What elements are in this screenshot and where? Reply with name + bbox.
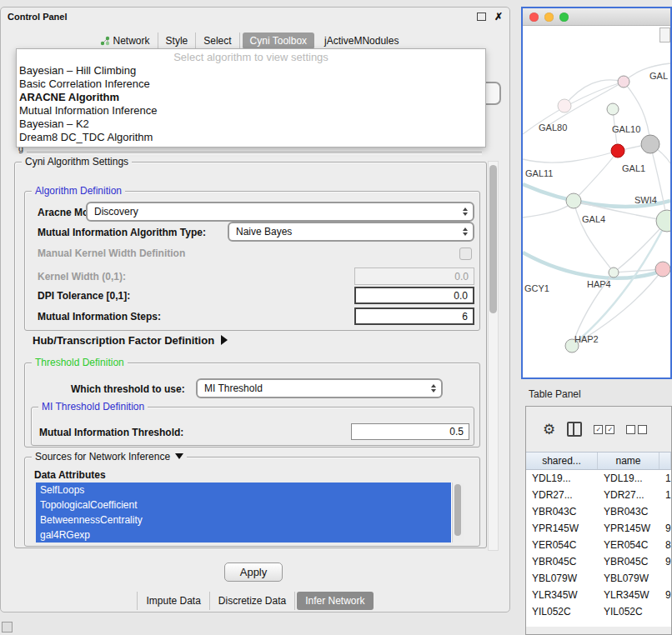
attribute-item-selected[interactable]: gal4RGexp xyxy=(36,528,451,542)
cell: YBR045C xyxy=(598,556,659,568)
algorithm-popup-placeholder[interactable]: Select algorithm to view settings xyxy=(17,51,485,64)
mi-threshold-field[interactable]: 0.5 xyxy=(351,423,469,440)
tab-select-label: Select xyxy=(203,35,231,47)
column-header-shared[interactable]: shared... xyxy=(526,452,598,469)
gear-icon[interactable]: ⚙ xyxy=(543,422,555,437)
hub-definition-toggle[interactable]: Hub/Transcription Factor Definition xyxy=(33,334,228,347)
mi-algorithm-type-select[interactable]: Naive Bayes xyxy=(228,222,474,242)
float-window-icon[interactable] xyxy=(477,12,486,21)
network-node[interactable] xyxy=(607,103,619,115)
which-threshold-select[interactable]: MI Threshold xyxy=(196,378,443,398)
table-row[interactable]: YIL052CYIL052C xyxy=(526,603,671,620)
mi-steps-label: Mutual Information Steps: xyxy=(38,311,161,322)
tab-impute-data[interactable]: Impute Data xyxy=(137,592,209,610)
cell: YLR345W xyxy=(598,589,659,601)
network-scroll-icon[interactable] xyxy=(659,28,670,42)
algorithm-option[interactable]: Mutual Information Inference xyxy=(17,104,485,118)
network-view-window[interactable]: GAL GAL80 GAL10 GAL11 GAL1 SWI4 GAL4 GCY… xyxy=(521,7,672,379)
table-body: YDL19...YDL19...13 YDR27...YDR27...12 YB… xyxy=(526,470,671,627)
network-node[interactable] xyxy=(609,268,619,278)
table-row[interactable]: YBR045CYBR045C9. xyxy=(526,553,671,570)
attribute-item-selected[interactable]: BetweennessCentrality xyxy=(36,512,451,528)
control-panel-titlebar: Control Panel ✗ xyxy=(1,8,509,26)
network-node[interactable] xyxy=(558,99,571,112)
column-header-name[interactable]: name xyxy=(598,452,659,469)
algorithm-option[interactable]: Basic Correlation Inference xyxy=(17,78,485,91)
zoom-traffic-light-icon[interactable] xyxy=(559,12,569,22)
algorithm-option[interactable]: Bayesian – Hill Climbing xyxy=(17,64,485,78)
close-icon[interactable]: ✗ xyxy=(494,12,503,22)
cell: 9. xyxy=(659,522,671,534)
resize-grip-icon[interactable] xyxy=(2,622,13,632)
tab-style[interactable]: Style xyxy=(158,32,197,49)
cell: YBR043C xyxy=(598,506,659,518)
table-row[interactable]: YPR145WYPR145W9. xyxy=(526,520,671,537)
mi-steps-field[interactable]: 6 xyxy=(354,308,474,325)
column-header-partial[interactable] xyxy=(659,452,671,469)
attributes-scrollbar[interactable] xyxy=(452,482,464,542)
algorithm-option[interactable]: Dream8 DC_TDC Algorithm xyxy=(17,131,485,144)
apply-button[interactable]: Apply xyxy=(224,562,283,582)
attribute-item-selected[interactable]: TopologicalCoefficient xyxy=(36,498,451,512)
collapse-down-icon xyxy=(175,453,183,459)
network-node[interactable] xyxy=(566,193,581,208)
node-label: GAL xyxy=(649,71,668,81)
network-node[interactable] xyxy=(656,210,670,232)
cell: YDL19... xyxy=(526,472,598,484)
cell: YER054C xyxy=(598,539,659,551)
columns-icon[interactable] xyxy=(567,422,582,437)
algorithm-option-selected[interactable]: ARACNE Algorithm xyxy=(17,91,485,104)
table-row[interactable]: YLR345WYLR345W9. xyxy=(526,587,671,603)
close-traffic-light-icon[interactable] xyxy=(529,12,539,22)
manual-kernel-width-checkbox[interactable] xyxy=(459,248,472,260)
hide-columns-icon[interactable] xyxy=(626,425,647,434)
table-row[interactable]: YER054CYER054C8. xyxy=(526,537,671,553)
sources-group-title[interactable]: Sources for Network Inference xyxy=(32,451,187,462)
tab-style-label: Style xyxy=(166,35,188,47)
network-node[interactable] xyxy=(655,262,670,277)
table-row[interactable]: YBR043CYBR043C xyxy=(526,503,671,520)
show-columns-icon[interactable]: ✓✓ xyxy=(594,425,614,434)
attributes-scrollbar-thumb[interactable] xyxy=(454,484,461,536)
sources-title-text: Sources for Network Inference xyxy=(35,451,170,462)
which-threshold-value: MI Threshold xyxy=(204,382,263,394)
mi-threshold-group-title: MI Threshold Definition xyxy=(38,401,148,412)
table-row[interactable]: YDL19...YDL19...13 xyxy=(526,470,671,487)
cell: 13 xyxy=(659,472,671,484)
combo-arrows-icon xyxy=(458,208,473,216)
dpi-tolerance-label: DPI Tolerance [0,1]: xyxy=(38,290,130,302)
network-node-highlighted[interactable] xyxy=(611,144,624,158)
algorithm-option[interactable]: Bayesian – K2 xyxy=(17,118,485,131)
tab-cyni-toolbox[interactable]: Cyni Toolbox xyxy=(243,32,314,49)
table-row[interactable]: YDR27...YDR27...12 xyxy=(526,487,671,503)
network-node[interactable] xyxy=(618,76,629,88)
table-panel-title: Table Panel xyxy=(529,388,581,400)
network-node[interactable] xyxy=(641,135,659,153)
network-canvas[interactable]: GAL GAL80 GAL10 GAL11 GAL1 SWI4 GAL4 GCY… xyxy=(523,26,670,378)
tab-jactivemnodules-label: jActiveMNodules xyxy=(324,35,399,47)
aracne-mode-select[interactable]: Discovery xyxy=(86,202,474,222)
combo-arrows-icon xyxy=(458,228,473,236)
cell: YBL079W xyxy=(526,572,598,584)
tab-network[interactable]: Network xyxy=(93,32,158,49)
table-header: shared... name xyxy=(526,452,671,470)
node-label: GAL4 xyxy=(582,214,605,224)
minimize-traffic-light-icon[interactable] xyxy=(544,12,554,22)
table-row[interactable]: YBL079WYBL079W xyxy=(526,570,671,587)
cell: YPR145W xyxy=(526,522,598,534)
settings-scrollbar[interactable] xyxy=(488,161,499,551)
tab-infer-network[interactable]: Infer Network xyxy=(297,592,373,610)
attribute-item-selected[interactable]: SelfLoops xyxy=(36,482,451,498)
tab-discretize-data[interactable]: Discretize Data xyxy=(210,592,295,610)
tab-jactivemnodules[interactable]: jActiveMNodules xyxy=(317,32,406,49)
settings-scrollbar-thumb[interactable] xyxy=(489,165,497,313)
dpi-tolerance-field[interactable]: 0.0 xyxy=(354,287,474,304)
data-attributes-list: SelfLoops TopologicalCoefficient Between… xyxy=(36,482,464,542)
hub-definition-label: Hub/Transcription Factor Definition xyxy=(33,334,214,347)
kernel-width-field[interactable]: 0.0 xyxy=(354,268,474,285)
manual-kernel-width-label: Manual Kernel Width Definition xyxy=(38,248,185,259)
cell: 9. xyxy=(659,556,671,568)
tab-select[interactable]: Select xyxy=(196,32,239,49)
covered-group-border xyxy=(27,152,482,155)
node-label: SWI4 xyxy=(634,195,657,205)
